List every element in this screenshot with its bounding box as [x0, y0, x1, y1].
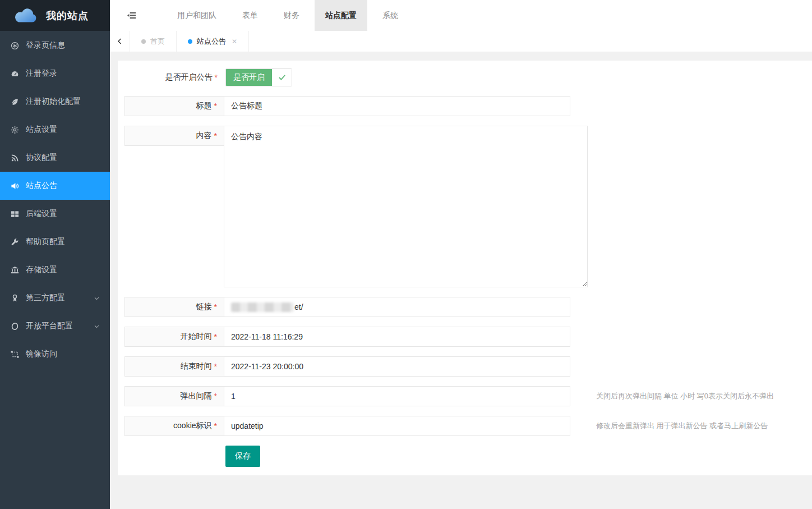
sidebar-menu: 登录页信息 注册登录 注册初始化配置 站点设置 — [0, 31, 110, 368]
popup-interval-input[interactable] — [224, 386, 570, 406]
field-label-link: 链接 * — [124, 297, 224, 317]
sidebar-item-login-page-info[interactable]: 登录页信息 — [0, 31, 110, 59]
globe-asterisk-icon — [10, 41, 19, 50]
form-row-link: 链接 * et/ — [124, 297, 812, 317]
nav-item-users-teams[interactable]: 用户和团队 — [167, 0, 227, 31]
nav-item-system[interactable]: 系统 — [372, 0, 409, 31]
censored-url-blur — [231, 302, 294, 312]
sidebar-item-mirror-access[interactable]: 镜像访问 — [0, 340, 110, 368]
field-label-popup-interval: 弹出间隔 * — [124, 386, 224, 406]
bank-icon — [10, 265, 19, 274]
tab-status-dot — [188, 39, 192, 44]
cloud-logo-icon — [9, 4, 40, 26]
content-textarea[interactable]: 公告内容 — [224, 126, 588, 287]
required-asterisk: * — [214, 362, 217, 371]
link-suffix-text: et/ — [294, 302, 303, 311]
popup-interval-help-text: 关闭后再次弹出间隔 单位 小时 写0表示关闭后永不弹出 — [596, 386, 774, 406]
main-area: 用户和团队 表单 财务 站点配置 系统 首页 站点公告 ✕ — [110, 0, 812, 509]
required-asterisk: * — [214, 102, 217, 111]
sidebar-item-backend-settings[interactable]: 后端设置 — [0, 200, 110, 228]
sidebar-item-site-settings[interactable]: 站点设置 — [0, 116, 110, 144]
content-area: 是否开启公告 * 是否开启 标题 * — [110, 52, 812, 509]
sidebar-item-protocol-config[interactable]: 协议配置 — [0, 144, 110, 172]
cookie-key-help-text: 修改后会重新弹出 用于弹出新公告 或者马上刷新公告 — [596, 416, 768, 436]
end-time-input[interactable] — [224, 356, 570, 377]
tab-status-dot — [141, 39, 146, 44]
field-label-start-time: 开始时间 * — [124, 327, 224, 347]
close-icon[interactable]: ✕ — [232, 38, 237, 45]
tab-label: 首页 — [150, 36, 165, 47]
gear-icon — [10, 125, 19, 134]
sidebar-item-register-login[interactable]: 注册登录 — [0, 59, 110, 88]
sidebar-item-third-party-config[interactable]: 第三方配置 — [0, 284, 110, 312]
form-row-popup-interval: 弹出间隔 * 关闭后再次弹出间隔 单位 小时 写0表示关闭后永不弹出 — [124, 386, 812, 406]
field-label-enable: 是否开启公告 * — [124, 68, 224, 86]
chevron-down-icon — [94, 323, 100, 329]
required-asterisk: * — [214, 302, 217, 311]
sidebar-item-storage-settings[interactable]: 存储设置 — [0, 256, 110, 284]
title-input[interactable] — [224, 96, 570, 116]
sidebar: 我的站点 登录页信息 注册登录 注册初始化配置 — [0, 0, 110, 509]
rss-icon — [10, 153, 19, 162]
sidebar-item-label: 协议配置 — [26, 153, 57, 163]
sidebar-item-label: 帮助页配置 — [26, 237, 65, 247]
required-asterisk: * — [214, 392, 217, 401]
field-label-end-time: 结束时间 * — [124, 356, 224, 377]
tachometer-icon — [10, 69, 19, 78]
logo-bar: 我的站点 — [0, 0, 110, 31]
circle-icon — [10, 322, 19, 331]
cookie-key-input[interactable] — [224, 416, 570, 436]
sidebar-item-label: 后端设置 — [26, 209, 57, 219]
toggle-on-label: 是否开启 — [226, 69, 272, 86]
sidebar-item-label: 镜像访问 — [26, 349, 57, 359]
enable-announcement-toggle[interactable]: 是否开启 — [225, 68, 292, 86]
form-row-start-time: 开始时间 * — [124, 327, 812, 347]
top-navbar: 用户和团队 表单 财务 站点配置 系统 — [110, 0, 812, 31]
form-row-title: 标题 * — [124, 96, 812, 116]
sidebar-item-label: 站点设置 — [26, 125, 57, 135]
wrench-icon — [10, 237, 19, 246]
nav-item-finance[interactable]: 财务 — [273, 0, 310, 31]
object-group-icon — [10, 350, 19, 359]
app-window: 我的站点 登录页信息 注册登录 注册初始化配置 — [0, 0, 812, 509]
tab-site-announcement[interactable]: 站点公告 ✕ — [177, 31, 249, 52]
nav-item-forms[interactable]: 表单 — [232, 0, 269, 31]
collapse-sidebar-icon[interactable] — [110, 0, 152, 31]
sidebar-item-site-announcement[interactable]: 站点公告 — [0, 172, 110, 200]
field-label-cookie-key: cookie标识 * — [124, 416, 224, 436]
speaker-icon — [10, 181, 19, 190]
required-asterisk: * — [214, 421, 217, 430]
tab-scroll-left-button[interactable] — [110, 31, 130, 52]
sidebar-item-label: 第三方配置 — [26, 293, 65, 303]
sidebar-item-open-platform-config[interactable]: 开放平台配置 — [0, 312, 110, 340]
sidebar-item-help-page-config[interactable]: 帮助页配置 — [0, 228, 110, 256]
form-row-cookie-key: cookie标识 * 修改后会重新弹出 用于弹出新公告 或者马上刷新公告 — [124, 416, 812, 436]
field-label-content: 内容 * — [124, 126, 224, 146]
form-row-end-time: 结束时间 * — [124, 356, 812, 377]
announcement-form-card: 是否开启公告 * 是否开启 标题 * — [118, 61, 812, 475]
sidebar-item-label: 站点公告 — [26, 181, 57, 191]
pen-icon — [10, 97, 19, 106]
checkmark-icon — [272, 69, 292, 86]
form-row-enable: 是否开启公告 * 是否开启 — [124, 68, 812, 86]
form-row-content: 内容 * 公告内容 — [124, 126, 812, 287]
grid-icon — [10, 209, 19, 218]
link-input[interactable]: et/ — [224, 297, 570, 317]
field-label-title: 标题 * — [124, 96, 224, 116]
sidebar-item-label: 注册初始化配置 — [26, 97, 81, 107]
tab-label: 站点公告 — [197, 36, 226, 47]
start-time-input[interactable] — [224, 327, 570, 347]
tab-home[interactable]: 首页 — [130, 31, 177, 52]
save-button[interactable]: 保存 — [225, 446, 260, 467]
sidebar-item-label: 登录页信息 — [26, 40, 65, 51]
sidebar-item-label: 存储设置 — [26, 265, 57, 275]
site-title: 我的站点 — [46, 9, 89, 22]
sidebar-item-label: 注册登录 — [26, 68, 57, 79]
sidebar-item-label: 开放平台配置 — [26, 321, 73, 331]
required-asterisk: * — [214, 332, 217, 341]
required-asterisk: * — [214, 131, 217, 140]
nav-item-site-config[interactable]: 站点配置 — [315, 0, 367, 31]
tab-bar: 首页 站点公告 ✕ — [110, 31, 812, 52]
chevron-down-icon — [94, 295, 100, 301]
sidebar-item-register-init-config[interactable]: 注册初始化配置 — [0, 88, 110, 116]
